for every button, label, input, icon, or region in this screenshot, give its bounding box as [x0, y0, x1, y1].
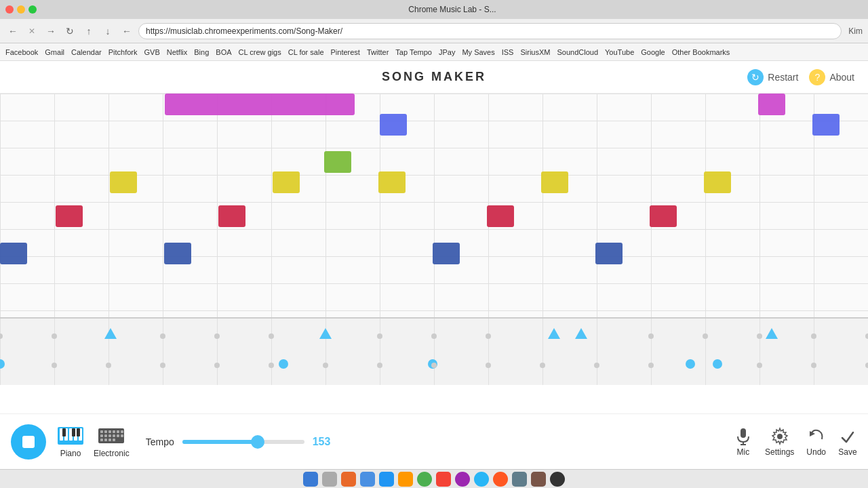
svg-point-29: [777, 434, 783, 439]
note-block-15[interactable]: [433, 243, 460, 264]
piano-button[interactable]: Piano: [57, 426, 84, 458]
about-icon: ?: [809, 69, 825, 85]
note-block-16[interactable]: [595, 243, 623, 264]
drum-triangle-0[interactable]: [104, 328, 117, 339]
bookmark-cl-crew[interactable]: CL crew gigs: [239, 48, 281, 56]
mic-button[interactable]: Mic: [734, 427, 753, 457]
note-block-2[interactable]: [812, 114, 840, 136]
note-block-8[interactable]: [704, 171, 731, 193]
drum-circle-4[interactable]: [713, 359, 722, 369]
bookmark-tap-tempo[interactable]: Tap Tempo: [395, 48, 432, 56]
scroll-down-button[interactable]: ↓: [100, 24, 115, 39]
note-block-4[interactable]: [110, 171, 137, 193]
dock-icon-10[interactable]: [474, 472, 489, 487]
drum-circle-0[interactable]: [0, 359, 5, 369]
drum-row2-dot-12: [757, 363, 762, 368]
dock-icon-5[interactable]: [379, 472, 394, 487]
minimize-traffic-light[interactable]: [17, 5, 25, 14]
bookmark-youtube[interactable]: YouTube: [605, 48, 634, 56]
forward-button[interactable]: →: [43, 24, 58, 39]
electronic-button[interactable]: Electronic: [94, 426, 130, 458]
dock-icon-3[interactable]: [341, 472, 356, 487]
bookmark-google[interactable]: Google: [641, 48, 665, 56]
bookmark-pinterest[interactable]: Pinterest: [331, 48, 360, 56]
note-block-11[interactable]: [487, 205, 514, 227]
dock-icon-12[interactable]: [512, 472, 527, 487]
dock-icon-14[interactable]: [550, 472, 565, 487]
svg-rect-26: [741, 428, 746, 438]
dock-icon-7[interactable]: [417, 472, 432, 487]
note-block-3[interactable]: [324, 151, 351, 173]
dock-icon-2[interactable]: [322, 472, 337, 487]
note-block-1[interactable]: [380, 114, 407, 136]
bookmark-calendar[interactable]: Calendar: [71, 48, 102, 56]
bookmark-my-saves[interactable]: My Saves: [462, 48, 494, 56]
bookmark-gvb[interactable]: GVB: [144, 48, 159, 56]
bookmark-jpay[interactable]: JPay: [439, 48, 455, 56]
bookmark-boa[interactable]: BOA: [216, 48, 231, 56]
bookmark-other[interactable]: Other Bookmarks: [672, 48, 730, 56]
bookmark-twitter[interactable]: Twitter: [367, 48, 389, 56]
stop-loading-button[interactable]: ✕: [24, 24, 39, 39]
reload-button[interactable]: ↻: [62, 24, 77, 39]
dock-finder[interactable]: [303, 472, 318, 487]
back-button-2[interactable]: ←: [119, 24, 134, 39]
drum-row1-dot-12: [865, 333, 868, 339]
note-block-17[interactable]: [758, 94, 785, 115]
note-block-5[interactable]: [273, 171, 300, 193]
restart-button[interactable]: ↻ Restart: [747, 69, 798, 85]
undo-button[interactable]: Undo: [806, 427, 826, 457]
stop-icon: [22, 436, 35, 448]
dock-icon-11[interactable]: [493, 472, 508, 487]
dock-icon-6[interactable]: [398, 472, 413, 487]
drum-triangle-2[interactable]: [548, 328, 560, 339]
drum-circle-3[interactable]: [686, 359, 695, 369]
close-traffic-light[interactable]: [5, 5, 14, 14]
about-button[interactable]: ? About: [809, 69, 854, 85]
note-block-9[interactable]: [56, 205, 83, 227]
bookmark-netflix[interactable]: Netflix: [167, 48, 188, 56]
svg-rect-16: [100, 434, 103, 437]
note-block-10[interactable]: [218, 205, 245, 227]
dock-icon-4[interactable]: [360, 472, 375, 487]
dock-icon-13[interactable]: [531, 472, 546, 487]
drum-row2-dot-10: [594, 363, 599, 368]
song-area[interactable]: // Will be generated inline: [0, 94, 868, 385]
dock-icon-8[interactable]: [436, 472, 451, 487]
back-button[interactable]: ←: [5, 24, 20, 39]
note-block-14[interactable]: [164, 243, 191, 264]
drum-triangle-4[interactable]: [766, 328, 778, 339]
play-stop-button[interactable]: [11, 424, 46, 460]
bookmark-iss[interactable]: ISS: [502, 48, 514, 56]
note-block-13[interactable]: [0, 243, 27, 264]
drum-triangle-3[interactable]: [575, 328, 587, 339]
bookmark-pitchfork[interactable]: Pitchfork: [108, 48, 138, 56]
svg-rect-13: [113, 430, 115, 433]
dock-icon-9[interactable]: [455, 472, 470, 487]
note-block-6[interactable]: [378, 171, 406, 193]
svg-rect-18: [108, 434, 111, 437]
bookmark-facebook[interactable]: Facebook: [5, 48, 38, 56]
bookmark-bing[interactable]: Bing: [194, 48, 209, 56]
note-block-12[interactable]: [650, 205, 677, 227]
fullscreen-traffic-light[interactable]: [28, 5, 37, 14]
address-bar[interactable]: https://musiclab.chromeexperiments.com/S…: [138, 23, 842, 39]
note-block-0[interactable]: [165, 94, 355, 115]
tempo-slider-thumb[interactable]: [251, 435, 264, 449]
drum-row1-dot-2: [160, 333, 165, 339]
drum-container[interactable]: [0, 319, 868, 385]
tempo-slider-track[interactable]: [182, 440, 304, 444]
drum-triangle-1[interactable]: [319, 328, 332, 339]
bookmark-siriusxm[interactable]: SiriusXM: [520, 48, 550, 56]
bookmarks-bar: Facebook Gmail Calendar Pitchfork GVB Ne…: [0, 43, 868, 61]
drum-circle-1[interactable]: [279, 359, 288, 369]
bookmark-cl-sale[interactable]: CL for sale: [288, 48, 324, 56]
note-block-7[interactable]: [541, 171, 568, 193]
save-button[interactable]: Save: [838, 427, 857, 457]
notes-container[interactable]: [0, 94, 868, 317]
scroll-up-button[interactable]: ↑: [81, 24, 96, 39]
bookmark-gmail[interactable]: Gmail: [45, 48, 64, 56]
save-label: Save: [838, 447, 856, 457]
bookmark-soundcloud[interactable]: SoundCloud: [557, 48, 598, 56]
settings-button[interactable]: Settings: [765, 427, 794, 457]
